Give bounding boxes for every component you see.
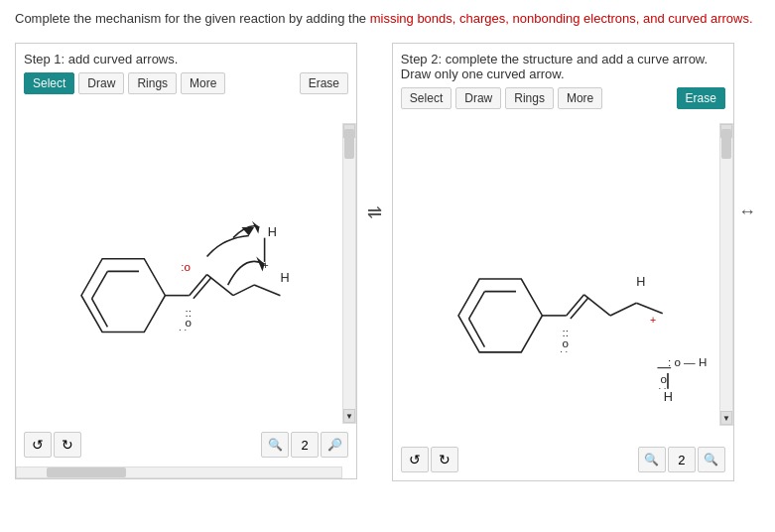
step2-select-btn[interactable]: Select bbox=[401, 87, 452, 109]
step2-toolbar: Select Draw Rings More Erase bbox=[401, 87, 725, 109]
step1-title: Step 1: add curved arrows. bbox=[24, 52, 348, 66]
step2-redo-btn[interactable]: ↻ bbox=[431, 447, 458, 472]
svg-text:H: H bbox=[636, 276, 645, 290]
step2-undo-redo: ↺ ↻ bbox=[401, 447, 458, 472]
step2-drawing-area[interactable]: :: o · · H : o — H H + o · · bbox=[401, 115, 725, 443]
svg-line-29 bbox=[610, 303, 636, 316]
svg-line-30 bbox=[636, 303, 662, 314]
step2-more-btn[interactable]: More bbox=[558, 87, 602, 109]
svg-text::o: :o bbox=[181, 261, 191, 274]
step1-vertical-scrollbar[interactable]: ▲ ▼ bbox=[342, 123, 356, 424]
step1-rings-btn[interactable]: Rings bbox=[128, 72, 177, 94]
step1-scroll-thumb-v[interactable] bbox=[344, 129, 354, 159]
svg-text:H: H bbox=[268, 225, 277, 239]
step1-zoom-out-btn[interactable]: 🔍 bbox=[321, 432, 348, 458]
step1-draw-btn[interactable]: Draw bbox=[78, 72, 124, 94]
step1-scroll-down[interactable]: ▼ bbox=[343, 409, 355, 423]
step1-more-btn[interactable]: More bbox=[181, 72, 225, 94]
step1-zoom-fit-btn[interactable]: 2 bbox=[291, 432, 319, 458]
step2-scroll-down[interactable]: ▼ bbox=[720, 411, 732, 425]
step2-vertical-scrollbar[interactable]: ▲ ▼ bbox=[719, 123, 733, 426]
svg-line-12 bbox=[254, 285, 280, 296]
step1-zoom-controls: 🔍 2 🔍 bbox=[261, 432, 348, 458]
step1-horizontal-scrollbar[interactable] bbox=[16, 466, 342, 478]
step2-draw-btn[interactable]: Draw bbox=[455, 87, 501, 109]
instruction-highlight: missing bonds, charges, nonbonding elect… bbox=[370, 11, 753, 26]
step2-zoom-fit-btn[interactable]: 2 bbox=[668, 447, 696, 472]
step2-bottom-controls: ↺ ↻ 🔍 2 🔍 bbox=[401, 447, 725, 472]
reaction-arrow: ⇌ bbox=[357, 43, 392, 223]
step1-undo-redo: ↺ ↻ bbox=[24, 432, 81, 458]
svg-text:: o — H: : o — H bbox=[668, 355, 707, 368]
svg-text:+: + bbox=[263, 259, 269, 271]
instruction-text: Complete the mechanism for the given rea… bbox=[15, 10, 760, 28]
step1-undo-btn[interactable]: ↺ bbox=[24, 432, 52, 458]
step2-panel: Step 2: complete the structure and add a… bbox=[392, 43, 734, 481]
step2-zoom-out-btn[interactable]: 🔍 bbox=[698, 447, 725, 472]
svg-text:H: H bbox=[280, 271, 289, 285]
svg-line-1 bbox=[92, 299, 108, 327]
svg-text:· ·: · · bbox=[560, 345, 568, 356]
step1-bottom-controls: ↺ ↻ 🔍 2 🔍 bbox=[24, 432, 348, 458]
step2-scroll-thumb-v[interactable] bbox=[721, 129, 731, 159]
svg-line-23 bbox=[468, 292, 484, 319]
step2-title: Step 2: complete the structure and add a… bbox=[401, 52, 725, 81]
step2-erase-btn[interactable]: Erase bbox=[677, 87, 725, 109]
step1-select-btn[interactable]: Select bbox=[24, 72, 74, 94]
svg-line-9 bbox=[233, 285, 254, 296]
step2-zoom-in-btn[interactable]: 🔍 bbox=[638, 447, 666, 472]
right-expand-arrow[interactable]: ↔ bbox=[734, 43, 760, 222]
step1-toolbar: Select Draw Rings More Erase bbox=[24, 72, 348, 94]
step1-scroll-thumb-h[interactable] bbox=[47, 467, 126, 477]
step1-zoom-in-btn[interactable]: 🔍 bbox=[261, 432, 289, 458]
svg-line-22 bbox=[468, 319, 484, 346]
step1-redo-btn[interactable]: ↻ bbox=[54, 432, 81, 458]
step1-panel: Step 1: add curved arrows. Select Draw R… bbox=[15, 43, 357, 479]
step2-undo-btn[interactable]: ↺ bbox=[401, 447, 429, 472]
step1-erase-btn[interactable]: Erase bbox=[300, 72, 348, 94]
svg-line-8 bbox=[207, 275, 233, 296]
step1-drawing-area[interactable]: :o :: o H + bbox=[24, 100, 348, 428]
svg-text:· ·: · · bbox=[179, 324, 187, 334]
svg-line-28 bbox=[583, 295, 609, 316]
step2-rings-btn[interactable]: Rings bbox=[505, 87, 554, 109]
svg-text:· ·: · · bbox=[658, 382, 666, 393]
svg-text:+: + bbox=[650, 315, 656, 327]
svg-line-2 bbox=[92, 272, 108, 299]
step2-zoom-controls: 🔍 2 🔍 bbox=[638, 447, 725, 472]
